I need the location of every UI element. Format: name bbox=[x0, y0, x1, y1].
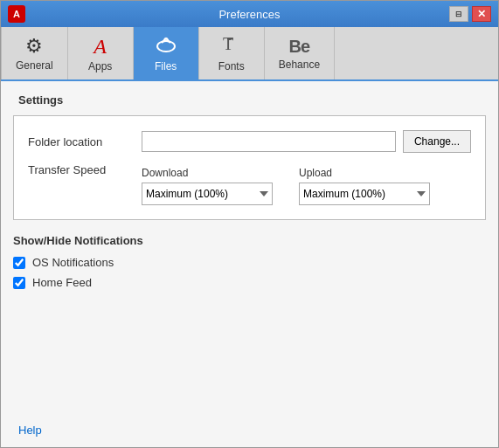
window-title: Preferences bbox=[218, 8, 280, 21]
folder-location-input[interactable] bbox=[142, 131, 396, 152]
svg-point-0 bbox=[157, 41, 175, 52]
download-select[interactable]: Maximum (100%) 75% 50% 25% bbox=[142, 183, 273, 205]
speed-row: Download Maximum (100%) 75% 50% 25% Uplo… bbox=[142, 167, 430, 205]
tab-bar: ⚙ General A Apps Files T bbox=[1, 27, 498, 81]
svg-text:T: T bbox=[223, 34, 233, 53]
transfer-speed-row: Transfer Speed Download Maximum (100%) 7… bbox=[28, 163, 471, 205]
notifications-header: Show/Hide Notifications bbox=[13, 234, 486, 247]
general-icon: ⚙ bbox=[25, 35, 43, 58]
notifications-section: Show/Hide Notifications OS Notifications… bbox=[13, 234, 486, 296]
os-notifications-label: OS Notifications bbox=[32, 256, 114, 269]
footer: Help bbox=[1, 413, 498, 447]
tab-general[interactable]: ⚙ General bbox=[1, 27, 68, 79]
close-button[interactable]: ✕ bbox=[472, 6, 491, 22]
tab-files-label: Files bbox=[155, 60, 177, 72]
minimize-button[interactable]: ⊟ bbox=[449, 6, 468, 22]
home-feed-checkbox[interactable] bbox=[13, 277, 25, 289]
content-area: Settings Folder location Change... Trans… bbox=[1, 81, 498, 447]
files-icon bbox=[155, 34, 177, 59]
tab-apps[interactable]: A Apps bbox=[68, 27, 134, 79]
folder-location-label: Folder location bbox=[28, 135, 142, 148]
upload-label: Upload bbox=[299, 167, 430, 179]
os-notifications-row: OS Notifications bbox=[13, 256, 486, 269]
transfer-speed-label: Transfer Speed bbox=[28, 163, 142, 176]
help-link[interactable]: Help bbox=[18, 424, 42, 437]
preferences-window: A Preferences ⊟ ✕ ⚙ General A Apps File bbox=[0, 0, 499, 448]
tab-behance-label: Behance bbox=[279, 59, 320, 71]
home-feed-row: Home Feed bbox=[13, 276, 486, 289]
folder-location-row: Folder location Change... bbox=[28, 130, 471, 153]
behance-icon: Be bbox=[289, 37, 310, 57]
change-button[interactable]: Change... bbox=[403, 130, 471, 153]
upload-group: Upload Maximum (100%) 75% 50% 25% bbox=[299, 167, 430, 205]
speed-controls: Download Maximum (100%) 75% 50% 25% Uplo… bbox=[142, 163, 430, 205]
tab-fonts-label: Fonts bbox=[218, 60, 245, 72]
download-label: Download bbox=[142, 167, 273, 179]
upload-select[interactable]: Maximum (100%) 75% 50% 25% bbox=[299, 183, 430, 205]
home-feed-label: Home Feed bbox=[32, 276, 92, 289]
tab-apps-label: Apps bbox=[88, 60, 112, 72]
fonts-icon: T bbox=[221, 34, 242, 59]
title-bar: A Preferences ⊟ ✕ bbox=[1, 1, 498, 27]
download-group: Download Maximum (100%) 75% 50% 25% bbox=[142, 167, 273, 205]
os-notifications-checkbox[interactable] bbox=[13, 257, 25, 269]
tab-general-label: General bbox=[16, 59, 53, 72]
tab-files[interactable]: Files bbox=[134, 27, 199, 79]
settings-box: Folder location Change... Transfer Speed… bbox=[13, 115, 486, 220]
tab-fonts[interactable]: T Fonts bbox=[199, 27, 265, 79]
tab-behance[interactable]: Be Behance bbox=[265, 27, 335, 79]
title-bar-controls: ⊟ ✕ bbox=[449, 6, 491, 22]
title-bar-left: A bbox=[8, 5, 25, 23]
apps-icon: A bbox=[94, 35, 107, 59]
settings-header: Settings bbox=[1, 81, 498, 115]
adobe-logo-icon: A bbox=[8, 5, 25, 23]
